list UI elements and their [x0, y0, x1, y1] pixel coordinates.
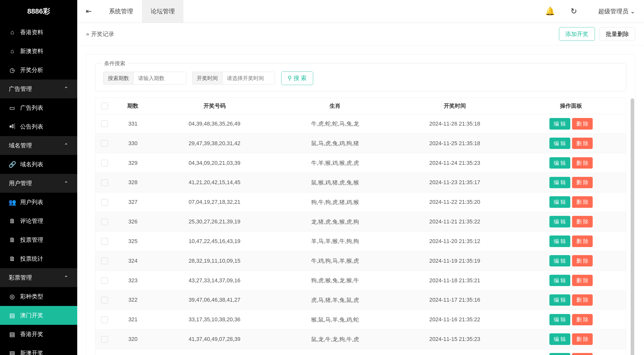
- delete-button[interactable]: 删 除: [572, 353, 593, 355]
- sidebar-item-6[interactable]: 域名管理⌃: [0, 136, 77, 155]
- search-legend: 条件搜索: [101, 60, 128, 67]
- search-button-label: 搜 索: [294, 74, 307, 82]
- row-checkbox[interactable]: [101, 140, 108, 147]
- sidebar-item-label: 投票管理: [20, 236, 43, 244]
- cell-numbers: 10,47,22,45,16,43,19: [152, 231, 277, 251]
- sidebar-item-16[interactable]: ▤香港开奖: [0, 325, 77, 344]
- edit-button[interactable]: 编 辑: [549, 235, 570, 247]
- sidebar-item-12[interactable]: 🗎投票统计: [0, 249, 77, 268]
- cell-time: 2024-11-18 21:35:21: [393, 271, 516, 290]
- edit-button[interactable]: 编 辑: [549, 255, 570, 266]
- cell-zodiac: 虎,马,猪,羊,兔,鼠,虎: [277, 290, 393, 310]
- cell-numbers: 19,48,32,11,02,01,43: [152, 349, 277, 355]
- edit-button[interactable]: 编 辑: [549, 333, 570, 345]
- draw-table: 期数 开奖号码 生肖 开奖时间 操作面板 33104,39,48,36,35,2…: [95, 98, 626, 355]
- cell-period: 325: [114, 231, 152, 251]
- cell-period: 321: [114, 310, 152, 329]
- cell-zodiac: 狗,牛,狗,虎,猪,鸡,猴: [277, 192, 393, 212]
- chevron-down-icon: ⌄: [630, 8, 635, 15]
- tab-0[interactable]: 系统管理: [100, 0, 142, 23]
- sidebar-item-15[interactable]: ▤澳门开奖: [0, 306, 77, 325]
- menu-collapse-icon: ⇤: [86, 7, 92, 15]
- delete-button[interactable]: 删 除: [572, 216, 593, 227]
- row-checkbox[interactable]: [101, 199, 108, 206]
- search-button[interactable]: ⚲ 搜 索: [281, 71, 313, 85]
- sidebar-item-17[interactable]: ▤新澳开奖: [0, 344, 77, 355]
- delete-button[interactable]: 删 除: [572, 196, 593, 208]
- sidebar-item-5[interactable]: 🕬公告列表: [0, 117, 77, 136]
- row-checkbox[interactable]: [101, 160, 108, 166]
- row-checkbox[interactable]: [101, 336, 108, 343]
- sidebar-item-10[interactable]: 🗎评论管理: [0, 212, 77, 230]
- col-numbers: 开奖号码: [152, 98, 277, 114]
- sidebar-item-7[interactable]: 🔗域名列表: [0, 155, 77, 174]
- sidebar-item-2[interactable]: ◷开奖分析: [0, 61, 77, 80]
- edit-button[interactable]: 编 辑: [549, 118, 570, 129]
- delete-button[interactable]: 删 除: [572, 177, 593, 188]
- edit-button[interactable]: 编 辑: [549, 138, 570, 149]
- delete-button[interactable]: 删 除: [572, 294, 593, 306]
- delete-button[interactable]: 删 除: [572, 255, 593, 266]
- row-checkbox[interactable]: [101, 258, 108, 264]
- delete-button[interactable]: 删 除: [572, 157, 593, 169]
- sidebar-item-label: 用户管理: [9, 179, 32, 187]
- batch-delete-button[interactable]: 批量删除: [599, 27, 635, 41]
- sidebar-item-9[interactable]: 👥用户列表: [0, 193, 77, 212]
- add-draw-button[interactable]: 添加开奖: [559, 27, 595, 41]
- sidebar-item-1[interactable]: ⌂新澳资料: [0, 42, 77, 61]
- sidebar-item-3[interactable]: 广告管理⌃: [0, 80, 77, 98]
- edit-button[interactable]: 编 辑: [549, 353, 570, 355]
- row-checkbox[interactable]: [101, 121, 108, 127]
- breadcrumb-prefix: »: [86, 31, 89, 37]
- topbar: ⇤ 系统管理论坛管理 🔔 ↻ 超级管理员 ⌄: [77, 0, 644, 23]
- sidebar-item-11[interactable]: 🗎投票管理: [0, 230, 77, 249]
- select-all-checkbox[interactable]: [101, 103, 108, 109]
- delete-button[interactable]: 删 除: [572, 138, 593, 149]
- row-checkbox[interactable]: [101, 179, 108, 186]
- cell-period: 326: [114, 212, 152, 231]
- delete-button[interactable]: 删 除: [572, 333, 593, 345]
- sidebar-item-13[interactable]: 彩票管理⌃: [0, 268, 77, 287]
- edit-button[interactable]: 编 辑: [549, 177, 570, 188]
- row-checkbox[interactable]: [101, 317, 108, 323]
- row-checkbox[interactable]: [101, 219, 108, 225]
- edit-button[interactable]: 编 辑: [549, 196, 570, 208]
- cell-zodiac: 狗,蛇,鸡,马,兔,龙,狗: [277, 349, 393, 355]
- refresh-icon[interactable]: ↻: [567, 3, 581, 19]
- delete-button[interactable]: 删 除: [572, 275, 593, 286]
- edit-button[interactable]: 编 辑: [549, 314, 570, 325]
- sidebar-item-4[interactable]: ▭广告列表: [0, 98, 77, 117]
- row-checkbox[interactable]: [101, 297, 108, 303]
- delete-button[interactable]: 删 除: [572, 235, 593, 247]
- collapse-sidebar-button[interactable]: ⇤: [77, 0, 100, 23]
- user-menu[interactable]: 超级管理员 ⌄: [589, 7, 635, 15]
- cell-numbers: 25,30,27,26,21,39,19: [152, 212, 277, 231]
- row-checkbox[interactable]: [101, 277, 108, 284]
- menu-icon: 🔗: [9, 161, 16, 168]
- cell-period: 330: [114, 134, 152, 153]
- sidebar-item-label: 用户列表: [20, 198, 43, 206]
- delete-button[interactable]: 删 除: [572, 314, 593, 325]
- time-input[interactable]: [222, 72, 275, 85]
- tab-1[interactable]: 论坛管理: [142, 0, 184, 23]
- subheader: » 开奖记录 添加开奖 批量删除: [77, 23, 644, 46]
- edit-button[interactable]: 编 辑: [549, 294, 570, 306]
- notification-icon[interactable]: 🔔: [542, 3, 558, 19]
- sidebar-item-0[interactable]: ⌂香港资料: [0, 23, 77, 42]
- table-row: 32133,17,35,10,38,20,36猴,鼠,马,羊,兔,鸡,蛇2024…: [95, 310, 626, 329]
- edit-button[interactable]: 编 辑: [549, 216, 570, 227]
- scrollbar-track[interactable]: [631, 98, 634, 355]
- sidebar-item-8[interactable]: 用户管理⌃: [0, 174, 77, 193]
- period-input[interactable]: [133, 72, 186, 85]
- delete-button[interactable]: 删 除: [572, 118, 593, 129]
- row-checkbox[interactable]: [101, 238, 108, 245]
- scrollbar-thumb[interactable]: [631, 98, 634, 355]
- cell-numbers: 07,04,19,27,18,32,21: [152, 192, 277, 212]
- sidebar-item-label: 澳门开奖: [20, 311, 43, 319]
- sidebar-item-14[interactable]: ◎彩种类型: [0, 287, 77, 306]
- cell-zodiac: 狗,虎,猴,兔,龙,猴,牛: [277, 271, 393, 290]
- edit-button[interactable]: 编 辑: [549, 157, 570, 169]
- menu-icon: 🗎: [9, 236, 16, 244]
- edit-button[interactable]: 编 辑: [549, 275, 570, 286]
- col-actions: 操作面板: [516, 98, 626, 114]
